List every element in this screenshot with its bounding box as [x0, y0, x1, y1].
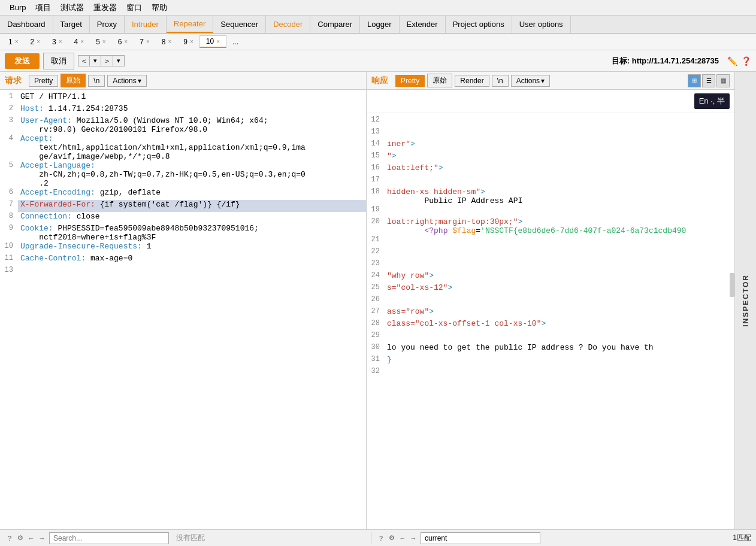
- tab-6[interactable]: 6 ×: [112, 37, 134, 47]
- request-panel: 请求 Pretty 原始 \n Actions ▾ 1 GET / HTTP/1…: [0, 72, 367, 529]
- tab-repeater[interactable]: Repeater: [167, 16, 213, 33]
- tab-project-options[interactable]: Project options: [446, 16, 512, 33]
- response-panel: 响应 Pretty 原始 Render \n Actions ▾ ⊞ ☰ ▥ E…: [367, 72, 734, 529]
- response-pretty-btn[interactable]: Pretty: [395, 75, 425, 87]
- prev-dropdown[interactable]: ▾: [90, 56, 101, 66]
- response-line-32: 32: [367, 367, 656, 379]
- next-dropdown[interactable]: ▾: [113, 56, 124, 66]
- tab-4[interactable]: 4 ×: [68, 37, 90, 47]
- settings-icon-left[interactable]: ⚙: [16, 533, 25, 543]
- no-match-label: 没有匹配: [176, 533, 205, 543]
- tab-9[interactable]: 9 ×: [177, 37, 199, 47]
- menu-window[interactable]: 窗口: [122, 1, 147, 14]
- tab-intruder[interactable]: Intruder: [125, 16, 167, 33]
- tab-dashboard[interactable]: Dashboard: [0, 16, 53, 33]
- tab-1[interactable]: 1 ×: [2, 37, 25, 47]
- request-line-3: 3 User-Agent: Mozilla/5.0 (Windows NT 10…: [0, 116, 366, 134]
- tab-10[interactable]: 10 ×: [199, 35, 226, 48]
- menu-project[interactable]: 项目: [31, 1, 56, 14]
- close-tab-10[interactable]: ×: [216, 38, 220, 45]
- status-left: ? ⚙ ← → 没有匹配: [5, 532, 371, 544]
- response-line-25: 25 s="col-xs-12">: [367, 283, 734, 295]
- request-line-5: 5 Accept-Language: zh-CN,zh;q=0.8,zh-TW;…: [0, 161, 366, 188]
- close-tab-8[interactable]: ×: [168, 38, 171, 45]
- tab-logger[interactable]: Logger: [360, 16, 399, 33]
- response-code-area[interactable]: 12 13 14 iner"> 15 "> 16 loat:left;"> 17: [367, 113, 734, 529]
- request-line-11: 11 Cache-Control: max-age=0: [0, 254, 366, 266]
- response-n-btn[interactable]: \n: [492, 75, 509, 87]
- tab-3[interactable]: 3 ×: [46, 37, 68, 47]
- close-tab-3[interactable]: ×: [59, 38, 62, 45]
- dropdown-icon: ▾: [138, 77, 141, 85]
- prev-button[interactable]: <: [78, 56, 90, 66]
- arrow-left-icon-right[interactable]: ←: [398, 533, 407, 543]
- tab-8[interactable]: 8 ×: [156, 37, 178, 47]
- close-tab-4[interactable]: ×: [80, 38, 84, 45]
- question-icon-right[interactable]: ?: [376, 533, 386, 543]
- response-render-btn[interactable]: Render: [455, 75, 489, 87]
- tab-user-options[interactable]: User options: [512, 16, 571, 33]
- close-tab-2[interactable]: ×: [37, 38, 40, 45]
- tab-sequencer[interactable]: Sequencer: [213, 16, 266, 33]
- send-button[interactable]: 发送: [5, 53, 40, 69]
- close-tab-1[interactable]: ×: [15, 38, 19, 45]
- tab-comparer[interactable]: Comparer: [310, 16, 360, 33]
- arrow-left-icon[interactable]: ←: [26, 533, 36, 543]
- tab-extender[interactable]: Extender: [400, 16, 446, 33]
- tab-2[interactable]: 2 ×: [25, 37, 47, 47]
- close-tab-7[interactable]: ×: [146, 38, 150, 45]
- help-icon[interactable]: ❓: [741, 56, 751, 66]
- next-button[interactable]: >: [101, 56, 113, 66]
- menu-repeater[interactable]: 重发器: [89, 1, 122, 14]
- drag-handle[interactable]: [730, 273, 734, 297]
- menu-tester[interactable]: 测试器: [56, 1, 89, 14]
- request-line-10: 10 Upgrade-Insecure-Requests: 1: [0, 242, 366, 254]
- response-line-29: 29: [367, 331, 656, 343]
- question-icon-left[interactable]: ?: [5, 533, 14, 543]
- tab-more[interactable]: ...: [226, 37, 244, 47]
- request-pretty-btn[interactable]: Pretty: [29, 75, 58, 87]
- response-actions-btn[interactable]: Actions ▾: [511, 75, 550, 87]
- tab-5[interactable]: 5 ×: [90, 37, 112, 47]
- close-tab-9[interactable]: ×: [190, 38, 193, 45]
- request-n-btn[interactable]: \n: [88, 75, 105, 87]
- request-line-1: 1 GET / HTTP/1.1: [0, 92, 366, 104]
- response-search-input[interactable]: [421, 532, 540, 544]
- view-split-btn[interactable]: ⊞: [688, 74, 701, 87]
- tab-7[interactable]: 7 ×: [134, 37, 156, 47]
- tab-proxy[interactable]: Proxy: [90, 16, 125, 33]
- view-vertical-btn[interactable]: ▥: [716, 74, 730, 87]
- arrow-right-icon-right[interactable]: →: [409, 533, 418, 543]
- response-line-12: 12: [367, 116, 734, 128]
- menu-help[interactable]: 帮助: [147, 1, 172, 14]
- arrow-right-icon[interactable]: →: [37, 533, 47, 543]
- response-line-26: 26: [367, 295, 734, 307]
- close-tab-6[interactable]: ×: [124, 38, 128, 45]
- menu-burp[interactable]: Burp: [5, 2, 31, 13]
- tab-decoder[interactable]: Decoder: [266, 16, 310, 33]
- request-actions-btn[interactable]: Actions ▾: [107, 75, 146, 87]
- request-raw-btn[interactable]: 原始: [61, 74, 86, 87]
- target-label: 目标: http://1.14.71.254:28735: [612, 56, 719, 66]
- request-line-7: 7 X-Forwarded-For: {if system('cat /flag…: [0, 200, 366, 212]
- request-line-9: 9 Cookie: PHPSESSID=fea595009abe8948b50b…: [0, 224, 366, 242]
- en-widget[interactable]: En ·, 半: [694, 93, 730, 109]
- close-tab-5[interactable]: ×: [102, 38, 106, 45]
- status-icons-right: ? ⚙ ← →: [376, 533, 418, 543]
- status-right: ? ⚙ ← → 1匹配: [371, 532, 751, 544]
- request-code-area[interactable]: 1 GET / HTTP/1.1 2 Host: 1.14.71.254:287…: [0, 90, 366, 529]
- response-line-18: 18 hidden-xs hidden-sm"> Public IP Addre…: [367, 187, 734, 205]
- response-line-28: 28 class="col-xs-offset-1 col-xs-10">: [367, 319, 656, 331]
- request-search-input[interactable]: [49, 532, 169, 544]
- cancel-button[interactable]: 取消: [43, 53, 74, 69]
- response-line-23: 23: [367, 259, 734, 271]
- edit-icon[interactable]: ✏️: [727, 56, 737, 66]
- main-content: 请求 Pretty 原始 \n Actions ▾ 1 GET / HTTP/1…: [0, 72, 756, 529]
- settings-icon-right[interactable]: ⚙: [387, 533, 397, 543]
- status-icons-left: ? ⚙ ← →: [5, 533, 47, 543]
- view-horizontal-btn[interactable]: ☰: [702, 74, 715, 87]
- tab-target[interactable]: Target: [53, 16, 90, 33]
- toolbar: 发送 取消 < ▾ > ▾ 目标: http://1.14.71.254:287…: [0, 50, 756, 72]
- response-line-21: 21: [367, 235, 734, 247]
- response-raw-btn[interactable]: 原始: [427, 74, 452, 87]
